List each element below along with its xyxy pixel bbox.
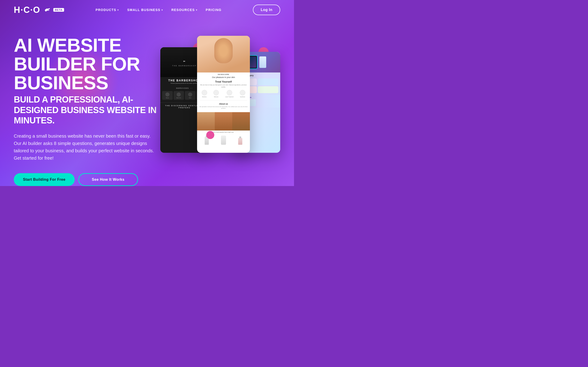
- small-business-chevron-icon: ▾: [162, 9, 163, 11]
- service-item-2: Beard Trim: [174, 91, 184, 100]
- logo-text: H·C·O: [14, 5, 51, 15]
- logo-area: H·C·O BETA: [14, 5, 64, 15]
- face-profile-2: [215, 112, 233, 131]
- skincare-brand: SKINSCARE: [197, 73, 250, 76]
- product-bottle-3: [238, 138, 242, 145]
- about-us-section: About us We specialize in skincare that …: [197, 101, 250, 111]
- service-icon-1: [165, 92, 170, 97]
- tech-tablet-image: [259, 56, 266, 68]
- skincare-faces-row: [197, 112, 250, 131]
- service-item-3: Shave: [185, 91, 195, 100]
- face-profile-3: [232, 112, 250, 131]
- product-cat-item-2: [258, 78, 278, 85]
- cta-buttons: Start Building For Free See How It Works: [14, 173, 160, 186]
- popular-items-text: Our most popular items right now: [197, 131, 250, 134]
- skincare-icons-row: Serenics Skincare Laser Treatment E: [197, 88, 250, 99]
- hero-section: AI WEBSITE BUILDER FOR BUSINESS BUILD A …: [0, 20, 294, 186]
- products-chevron-icon: ▾: [117, 9, 119, 11]
- product-cat-item-4: [258, 86, 278, 93]
- resources-chevron-icon: ▾: [196, 9, 198, 11]
- hero-title-line2: BUILDER FOR BUSINESS: [14, 55, 160, 92]
- product-bottle-2: [221, 135, 226, 145]
- deco-circle-pink-3: [206, 131, 214, 139]
- skincare-header: [197, 36, 250, 73]
- beta-badge: BETA: [53, 8, 64, 12]
- skincare-icon-circle-3: [227, 90, 232, 95]
- skincare-icon-label-4: Eyebrows: [240, 96, 245, 98]
- skincare-icon-label-2: Skincare: [214, 96, 218, 98]
- skincare-icon-item-2: Skincare: [213, 90, 219, 98]
- face-image: [197, 36, 250, 73]
- skincare-icon-item-3: Laser Treatment: [225, 90, 233, 98]
- skincare-icon-circle-1: [202, 90, 207, 95]
- skincare-icon-label-1: Serenics: [202, 96, 207, 98]
- faces-overlay: [197, 112, 250, 131]
- service-name-1: Haircut: [163, 97, 172, 98]
- service-name-3: Shave: [186, 97, 195, 98]
- hero-title: AI WEBSITE BUILDER FOR BUSINESS: [14, 36, 160, 92]
- skincare-icon-label-3: Laser Treatment: [225, 96, 233, 98]
- hero-title-line1: AI WEBSITE: [14, 36, 160, 55]
- tech-devices: [248, 55, 266, 69]
- nav-products[interactable]: PRODUCTS ▾: [95, 8, 119, 12]
- hero-mockups: ✂ THE BARBERSHOP THE BARBERSHOP Premium …: [160, 29, 280, 186]
- divider-1: [200, 100, 247, 100]
- hero-subtitle: BUILD A PROFESSIONAL, AI-DESIGNED BUSINE…: [14, 94, 160, 126]
- skincare-product-2: [221, 135, 226, 145]
- skincare-mockup-card: SKINSCARE Our pleasure in your skin Trea…: [197, 36, 250, 153]
- face-profile-1: [197, 112, 215, 131]
- skincare-product-3: [238, 138, 242, 145]
- about-us-text: We specialize in skincare that nurtures …: [199, 106, 248, 109]
- skincare-icon-circle-2: [213, 90, 219, 95]
- hero-description: Creating a small business website has ne…: [14, 132, 156, 162]
- mockup-container: ✂ THE BARBERSHOP THE BARBERSHOP Premium …: [160, 29, 280, 167]
- skincare-icon-item-4: Eyebrows: [240, 90, 245, 98]
- cta-primary-button[interactable]: Start Building For Free: [14, 173, 75, 186]
- barber-logo-text: ✂: [172, 58, 197, 65]
- service-item-1: Haircut: [162, 91, 173, 100]
- skincare-icon-circle-4: [240, 90, 245, 95]
- barber-brand-name: THE BARBERSHOP: [172, 65, 197, 67]
- service-name-2: Beard Trim: [174, 97, 183, 98]
- about-us-title: About us: [199, 103, 248, 105]
- cta-secondary-button[interactable]: See How It Works: [78, 173, 138, 186]
- treat-yourself-text: Treat Yourself: [197, 79, 250, 84]
- hero-left-content: AI WEBSITE BUILDER FOR BUSINESS BUILD A …: [14, 29, 160, 186]
- skincare-desc: We are here to help you feel good in you…: [197, 84, 250, 88]
- main-nav: PRODUCTS ▾ SMALL BUSINESS ▾ RESOURCES ▾ …: [95, 8, 222, 12]
- skincare-products-row: [197, 134, 250, 147]
- nav-pricing[interactable]: PRICING: [206, 8, 222, 12]
- skincare-tagline: Our pleasure in your skin: [197, 76, 250, 79]
- service-icon-3: [188, 92, 192, 97]
- service-icon-2: [177, 92, 181, 97]
- nav-small-business[interactable]: SMALL BUSINESS ▾: [127, 8, 163, 12]
- skincare-icon-item-1: Serenics: [202, 90, 207, 98]
- nav-resources[interactable]: RESOURCES ▾: [171, 8, 198, 12]
- logo-bird-icon: [44, 7, 51, 14]
- login-button[interactable]: Log In: [253, 5, 280, 15]
